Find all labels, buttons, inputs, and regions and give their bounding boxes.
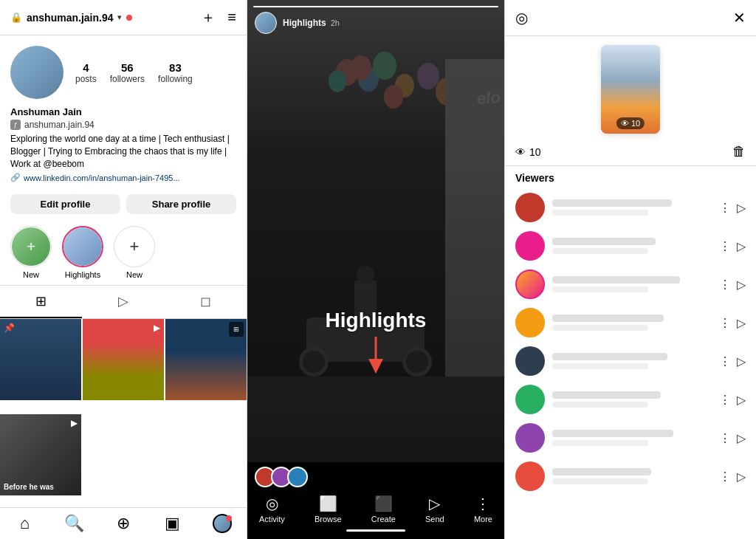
viewer-name-2 [552,238,712,254]
home-indicator [346,529,405,532]
highlight-main[interactable]: Highlights [62,226,103,279]
viewer-sub-bar-1 [552,210,648,216]
send-label: Send [425,515,444,523]
preview-view-count: 👁 10 [616,117,645,129]
story-username: Highlights [283,18,326,28]
viewer-send-2[interactable]: ▷ [737,239,746,253]
lock-icon: 🔒 [10,12,22,23]
share-profile-button[interactable]: Share profile [126,194,236,214]
story-user-avatar [255,12,277,34]
story-nav-create[interactable]: ⬛ Create [371,495,396,523]
grid-item-1[interactable]: 📌 [0,319,81,400]
posts-label: posts [75,74,97,84]
tab-grid[interactable]: ⊞ [0,286,82,318]
story-label-text: Highlights [326,309,427,332]
viewer-dots-2[interactable]: ⋮ [719,239,731,253]
story-label-area: Highlights [247,309,504,332]
tab-reels[interactable]: ▷ [82,286,164,318]
circle-icon: ◎ [515,9,528,27]
browse-icon: ⬜ [319,495,337,512]
story-time: 2h [331,18,340,27]
create-story-icon: ⬛ [374,495,393,512]
svg-marker-1 [368,359,383,374]
nav-profile[interactable] [197,514,247,533]
username-text: anshuman.jain.94 [27,12,113,24]
preview-image: 👁 10 [601,45,660,134]
highlight-new-left[interactable]: + New [10,226,52,279]
story-nav-row: ◎ Activity ⬜ Browse ⬛ Create ▷ Send ⋮ Mo… [247,492,504,526]
viewer-dots-1[interactable]: ⋮ [719,201,731,215]
grid-icon: ⊞ [35,293,47,309]
story-nav-browse[interactable]: ⬜ Browse [315,495,342,523]
viewer-sub-bar-2 [552,248,648,254]
viewer-send-4[interactable]: ▷ [737,316,746,330]
create-icon: ⊕ [117,514,130,533]
viewer-dots-5[interactable]: ⋮ [719,354,731,368]
viewer-sub-bar-7 [552,440,648,446]
followers-count: 56 [121,61,134,74]
stat-posts[interactable]: 4 posts [75,61,97,84]
edit-profile-button[interactable]: Edit profile [10,194,120,214]
grid-item-4-text: Before he was [4,483,78,492]
grid-item-4[interactable]: Before he was ▶ [0,414,81,495]
meta-icon: ƒ [10,120,21,130]
reels-icon: ▷ [118,293,128,309]
stat-following[interactable]: 83 following [158,61,193,84]
viewer-send-7[interactable]: ▷ [737,431,746,445]
viewer-sub-bar-6 [552,402,648,408]
grid-item-2[interactable]: ▶ [83,319,164,400]
delete-story-button[interactable]: 🗑 [732,144,746,159]
tab-tagged[interactable]: ◻ [165,286,247,318]
viewer-name-3 [552,276,712,292]
right-panel: ◎ ✕ 👁 10 👁 10 🗑 Viewers [504,0,756,539]
viewer-dots-7[interactable]: ⋮ [719,431,731,445]
nav-create[interactable]: ⊕ [99,514,148,533]
nav-home[interactable]: ⌂ [0,514,49,533]
close-button[interactable]: ✕ [733,9,746,27]
eye-small-icon: 👁 [621,119,629,128]
viewer-dots-8[interactable]: ⋮ [719,470,731,484]
viewer-sub-bar-3 [552,286,648,292]
viewer-dots-4[interactable]: ⋮ [719,316,731,330]
grid-item-3[interactable]: ⊞ [165,319,247,400]
more-label: More [474,515,492,523]
add-post-icon[interactable]: ＋ [201,7,216,27]
story-overlay [247,0,504,539]
plus-icon: + [130,237,140,256]
search-icon: 🔍 [64,514,84,533]
profile-stats: 4 posts 56 followers 83 following [10,46,236,99]
highlight-new-right[interactable]: + New [114,226,155,279]
story-reply-area [247,462,504,492]
viewer-name-4 [552,315,712,331]
meta-handle-row: ƒ anshuman.jain.94 [10,120,236,130]
viewer-send-3[interactable]: ▷ [737,278,746,292]
viewers-title: Viewers [505,166,756,188]
viewer-dots-3[interactable]: ⋮ [719,278,731,292]
viewer-send-6[interactable]: ▷ [737,393,746,407]
header-bar: 🔒 anshuman.jain.94 ▾ ＋ ≡ [0,0,247,35]
story-nav-more[interactable]: ⋮ More [474,495,492,523]
chevron-down-icon: ▾ [117,13,122,22]
viewer-avatar-2 [515,231,545,261]
link-icon: 🔗 [10,173,21,182]
viewer-send-1[interactable]: ▷ [737,201,746,215]
menu-icon[interactable]: ≡ [227,9,236,26]
nav-reels-tab[interactable]: ▣ [148,514,197,533]
viewer-sub-bar-4 [552,325,648,331]
viewer-send-5[interactable]: ▷ [737,354,746,368]
stat-followers[interactable]: 56 followers [110,61,145,84]
middle-panel: elo Highlights 2h Highlights [247,0,504,539]
eye-icon: 👁 [515,146,526,158]
viewer-actions-3: ⋮ ▷ [719,278,746,292]
viewer-dots-6[interactable]: ⋮ [719,393,731,407]
viewer-send-8[interactable]: ▷ [737,470,746,484]
username-area: 🔒 anshuman.jain.94 ▾ [10,12,132,24]
viewer-name-1 [552,199,712,216]
story-nav-activity[interactable]: ◎ Activity [259,495,285,523]
header-icons: ＋ ≡ [201,7,236,27]
nav-search[interactable]: 🔍 [49,514,99,533]
avatar[interactable] [10,46,63,99]
viewer-name-7 [552,430,712,446]
linkedin-link[interactable]: 🔗 www.linkedin.com/in/anshuman-jain-7495… [10,173,236,182]
story-nav-send[interactable]: ▷ Send [425,495,444,523]
